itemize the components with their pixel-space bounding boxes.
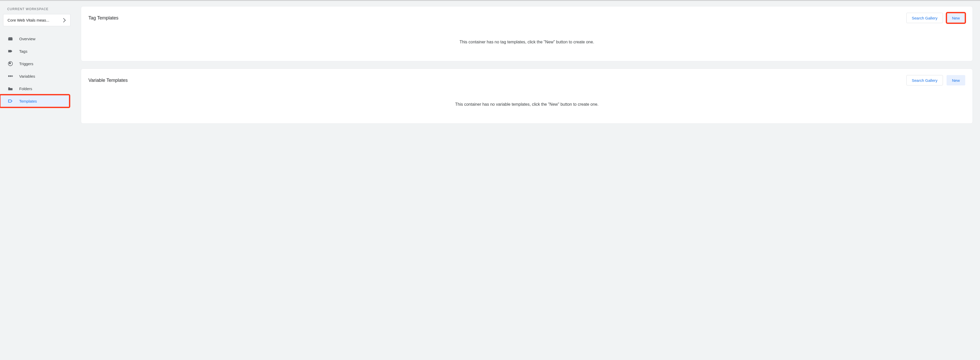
variable-templates-card: Variable Templates Search Gallery New Th… [81,69,973,124]
variable-templates-new-button[interactable]: New [947,75,965,85]
sidebar-item-label: Folders [19,86,32,91]
variable-templates-title: Variable Templates [88,78,127,83]
sidebar-item-label: Tags [19,49,27,53]
sidebar-item-label: Triggers [19,62,33,66]
svg-point-1 [9,62,11,64]
tag-templates-header: Tag Templates Search Gallery New [81,6,972,25]
sidebar-item-templates[interactable]: Templates [0,95,70,107]
svg-rect-2 [8,75,10,77]
sidebar-item-overview[interactable]: Overview [0,32,70,45]
chevron-right-icon [62,18,66,22]
variable-templates-search-gallery-button[interactable]: Search Gallery [906,75,943,85]
main-content: Tag Templates Search Gallery New This co… [74,1,980,360]
variable-templates-header: Variable Templates Search Gallery New [81,69,972,88]
sidebar-item-label: Variables [19,74,35,78]
sidebar-item-label: Overview [19,37,35,41]
sidebar-nav: Overview Tags Triggers Variables [0,32,74,107]
folders-icon [7,85,13,92]
tag-templates-empty-message: This container has no tag templates, cli… [81,25,972,51]
sidebar: CURRENT WORKSPACE Core Web Vitals meas..… [0,1,74,360]
variables-icon [7,73,13,79]
variable-templates-empty-message: This container has no variable templates… [81,88,972,113]
templates-icon [7,98,13,104]
sidebar-item-variables[interactable]: Variables [0,70,70,82]
tag-templates-card: Tag Templates Search Gallery New This co… [81,6,973,61]
triggers-icon [7,61,13,67]
sidebar-item-triggers[interactable]: Triggers [0,58,70,70]
tag-templates-title: Tag Templates [88,15,118,21]
sidebar-item-folders[interactable]: Folders [0,82,70,95]
overview-icon [7,35,13,42]
workspace-selector[interactable]: Core Web Vitals meas... [3,14,70,26]
sidebar-item-label: Templates [19,99,37,103]
svg-rect-4 [12,75,13,77]
tags-icon [7,48,13,54]
sidebar-item-tags[interactable]: Tags [0,45,70,58]
tag-templates-search-gallery-button[interactable]: Search Gallery [906,13,943,23]
workspace-heading: CURRENT WORKSPACE [0,7,74,13]
svg-rect-3 [10,75,12,77]
workspace-name: Core Web Vitals meas... [8,18,49,22]
tag-templates-new-button[interactable]: New [947,13,965,23]
